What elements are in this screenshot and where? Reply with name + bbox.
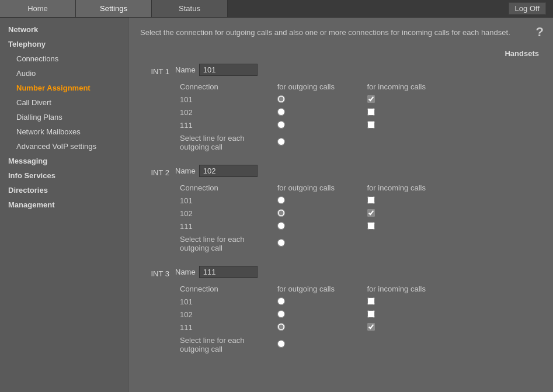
table-row: 111 [175, 119, 467, 132]
help-icon[interactable]: ? [536, 25, 544, 40]
table-row: 111 [175, 220, 467, 233]
handset-id-int1: INT 1 [140, 64, 175, 153]
radio-outgoing-int1-select[interactable] [277, 138, 285, 145]
table-row: 101 [175, 93, 467, 106]
radio-outgoing-int2-111[interactable] [277, 222, 285, 230]
tab-settings[interactable]: Settings [76, 0, 152, 17]
handset-content-int3: Name Connection for outgoing calls for i… [175, 266, 541, 355]
checkbox-incoming-int3-102[interactable] [367, 310, 375, 318]
sidebar-item-network-mailboxes[interactable]: Network Mailboxes [0, 124, 128, 139]
col-header-incoming: for incoming calls [363, 182, 468, 195]
sidebar: Network Telephony Connections Audio Numb… [0, 18, 128, 392]
sidebar-item-directories[interactable]: Directories [0, 183, 128, 197]
table-row: 101 [175, 195, 467, 207]
radio-outgoing-int3-102[interactable] [277, 310, 285, 318]
conn-label: Select line for each outgoing call [175, 334, 273, 355]
conn-label: 102 [175, 308, 273, 321]
conn-label: Select line for each outgoing call [175, 233, 273, 254]
table-row: 111 [175, 321, 467, 334]
sidebar-item-dialling-plans[interactable]: Dialling Plans [0, 110, 128, 124]
radio-outgoing-int1-102[interactable] [277, 108, 285, 116]
name-row-int2: Name [175, 165, 541, 177]
sidebar-item-number-assignment[interactable]: Number Assignment [0, 81, 128, 95]
sidebar-item-telephony[interactable]: Telephony [0, 37, 128, 51]
sidebar-item-info-services[interactable]: Info Services [0, 168, 128, 183]
table-row: 102 [175, 207, 467, 220]
conn-label: 101 [175, 93, 273, 106]
sidebar-item-management[interactable]: Management [0, 197, 128, 212]
radio-outgoing-int1-111[interactable] [277, 121, 285, 129]
checkbox-incoming-int3-101[interactable] [367, 297, 375, 305]
handset-id-int2: INT 2 [140, 165, 175, 254]
radio-outgoing-int3-select[interactable] [277, 340, 285, 348]
logout-button[interactable]: Log Off [509, 2, 546, 15]
name-row-int3: Name [175, 266, 541, 278]
table-row: Select line for each outgoing call [175, 233, 467, 254]
name-label-int1: Name [175, 65, 196, 74]
radio-outgoing-int2-101[interactable] [277, 196, 285, 204]
col-header-outgoing: for outgoing calls [273, 283, 363, 296]
sidebar-item-connections[interactable]: Connections [0, 51, 128, 66]
radio-outgoing-int2-102[interactable] [277, 209, 285, 217]
sidebar-item-call-divert[interactable]: Call Divert [0, 95, 128, 110]
conn-label: 101 [175, 296, 273, 308]
name-row-int1: Name [175, 64, 541, 76]
handsets-label: Handsets [140, 49, 541, 58]
radio-outgoing-int1-101[interactable] [277, 95, 285, 103]
top-nav-bar: Home Settings Status Log Off [0, 0, 553, 18]
conn-label: Select line for each outgoing call [175, 132, 273, 153]
col-header-connection: Connection [175, 182, 273, 195]
table-row: 101 [175, 296, 467, 308]
content-area: ? Select the connection for outgoing cal… [128, 18, 553, 392]
radio-outgoing-int2-select[interactable] [277, 239, 285, 247]
handset-block-int3: INT 3 Name Connection for outgoing calls… [140, 266, 541, 355]
checkbox-incoming-int2-102[interactable] [367, 209, 375, 217]
sidebar-item-network[interactable]: Network [0, 22, 128, 37]
col-header-incoming: for incoming calls [363, 283, 468, 296]
name-input-int3[interactable] [199, 266, 258, 278]
checkbox-incoming-int2-111[interactable] [367, 222, 375, 230]
handset-id-int3: INT 3 [140, 266, 175, 355]
table-row: 102 [175, 308, 467, 321]
conn-label: 111 [175, 119, 273, 132]
name-label-int2: Name [175, 166, 196, 175]
handset-block-int2: INT 2 Name Connection for outgoing calls… [140, 165, 541, 254]
checkbox-incoming-int2-101[interactable] [367, 196, 375, 204]
intro-text: Select the connection for outgoing calls… [140, 27, 541, 39]
conn-label: 111 [175, 321, 273, 334]
connections-table-int1: Connection for outgoing calls for incomi… [175, 81, 467, 153]
name-input-int1[interactable] [199, 64, 258, 76]
handset-block-int1: INT 1 Name Connection for outgoing calls… [140, 64, 541, 153]
handset-content-int2: Name Connection for outgoing calls for i… [175, 165, 541, 254]
name-label-int3: Name [175, 268, 196, 276]
handset-content-int1: Name Connection for outgoing calls for i… [175, 64, 541, 153]
main-layout: Network Telephony Connections Audio Numb… [0, 18, 553, 392]
tab-home[interactable]: Home [0, 0, 76, 17]
col-header-outgoing: for outgoing calls [273, 182, 363, 195]
logout-area: Log Off [504, 0, 553, 17]
sidebar-item-audio[interactable]: Audio [0, 66, 128, 81]
checkbox-incoming-int1-102[interactable] [367, 108, 375, 116]
radio-outgoing-int3-101[interactable] [277, 297, 285, 305]
connections-table-int2: Connection for outgoing calls for incomi… [175, 182, 467, 254]
connections-table-int3: Connection for outgoing calls for incomi… [175, 283, 467, 355]
sidebar-item-advanced-voip[interactable]: Advanced VoIP settings [0, 139, 128, 154]
checkbox-incoming-int3-111[interactable] [367, 323, 375, 331]
checkbox-incoming-int1-101[interactable] [367, 95, 375, 103]
tab-status[interactable]: Status [152, 0, 228, 17]
table-row: Select line for each outgoing call [175, 334, 467, 355]
checkbox-incoming-int1-111[interactable] [367, 121, 375, 129]
name-input-int2[interactable] [199, 165, 258, 177]
col-header-connection: Connection [175, 81, 273, 93]
table-row: Select line for each outgoing call [175, 132, 467, 153]
col-header-connection: Connection [175, 283, 273, 296]
col-header-incoming: for incoming calls [363, 81, 468, 93]
conn-label: 102 [175, 106, 273, 119]
conn-label: 111 [175, 220, 273, 233]
col-header-outgoing: for outgoing calls [273, 81, 363, 93]
conn-label: 102 [175, 207, 273, 220]
conn-label: 101 [175, 195, 273, 207]
sidebar-item-messaging[interactable]: Messaging [0, 154, 128, 168]
table-row: 102 [175, 106, 467, 119]
radio-outgoing-int3-111[interactable] [277, 323, 285, 331]
